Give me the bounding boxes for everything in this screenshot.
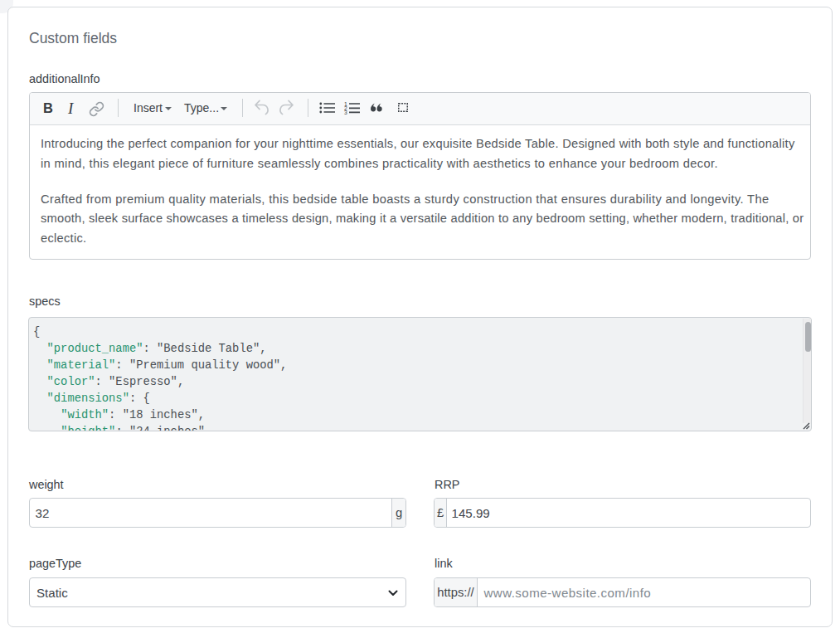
svg-text:3: 3 bbox=[344, 110, 347, 115]
